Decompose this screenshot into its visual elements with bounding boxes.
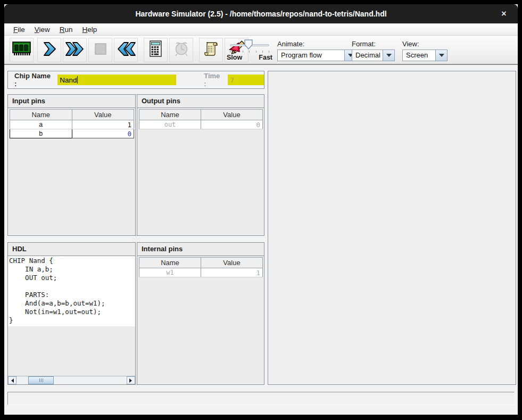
scroll-icon bbox=[203, 40, 219, 60]
format-select[interactable]: Decimal bbox=[352, 50, 395, 61]
column-header: Value bbox=[201, 258, 263, 268]
table-row[interactable]: b0 bbox=[10, 129, 134, 138]
pin-value-cell[interactable]: 0 bbox=[201, 120, 263, 129]
menu-help[interactable]: Help bbox=[78, 26, 102, 34]
code-line: } bbox=[9, 316, 135, 325]
column-header: Value bbox=[201, 110, 263, 120]
view-label: View: bbox=[402, 40, 448, 48]
internal-pins-title: Internal pins bbox=[137, 243, 264, 256]
chevron-down-icon[interactable] bbox=[435, 50, 448, 61]
chip-name-bar: Chip Name : Nand Time : 7 bbox=[7, 71, 264, 89]
window-title: Hardware Simulator (2.5) - /home/thomas/… bbox=[135, 10, 386, 18]
scrollbar-track[interactable] bbox=[16, 376, 127, 384]
text-caret bbox=[77, 76, 78, 84]
time-label: Time : bbox=[204, 72, 223, 88]
animate-label: Animate: bbox=[277, 40, 357, 48]
column-header: Name bbox=[139, 110, 201, 120]
scroll-left-icon[interactable] bbox=[8, 376, 16, 384]
animate-group: Animate: Program flow bbox=[277, 40, 357, 61]
chip-name-text: Nand bbox=[60, 76, 77, 84]
hdl-title: HDL bbox=[8, 243, 135, 256]
table-row[interactable]: a1 bbox=[10, 120, 134, 129]
internal-pins-table[interactable]: NameValuew11 bbox=[139, 257, 263, 277]
pin-value-cell[interactable]: 1 bbox=[201, 268, 263, 277]
toolbar: Slow Fast Animate: Program flow Format: … bbox=[4, 36, 518, 65]
title-bar: Hardware Simulator (2.5) - /home/thomas/… bbox=[4, 4, 518, 23]
pin-name-cell[interactable]: a bbox=[10, 120, 72, 129]
code-line: And(a=a,b=b,out=w1); bbox=[9, 299, 135, 308]
single-step-button[interactable] bbox=[37, 38, 61, 62]
alarm-clock-icon bbox=[173, 40, 190, 60]
format-group: Format: Decimal bbox=[352, 40, 395, 61]
view-hdl-button[interactable] bbox=[199, 38, 223, 62]
input-pins-table[interactable]: NameValuea1b0 bbox=[10, 109, 134, 138]
table-row[interactable]: out0 bbox=[139, 120, 263, 129]
pin-name-cell[interactable]: b bbox=[10, 129, 72, 138]
chip-icon bbox=[12, 42, 31, 59]
output-pins-panel: Output pins NameValueout0 bbox=[137, 94, 264, 236]
menu-file[interactable]: File bbox=[9, 26, 30, 34]
code-line: OUT out; bbox=[9, 274, 135, 282]
pin-value-cell[interactable]: 1 bbox=[72, 120, 134, 129]
code-line: CHIP Nand { bbox=[9, 257, 135, 265]
slider-ticks bbox=[230, 51, 269, 53]
output-pins-table[interactable]: NameValueout0 bbox=[139, 109, 263, 129]
clock-button bbox=[169, 38, 193, 62]
pin-name-cell[interactable]: out bbox=[139, 120, 201, 129]
chip-name-input[interactable]: Nand bbox=[57, 75, 176, 85]
scroll-right-icon[interactable] bbox=[127, 376, 135, 384]
slider-thumb[interactable] bbox=[244, 39, 253, 52]
calculator-icon bbox=[149, 40, 163, 60]
code-line: PARTS: bbox=[9, 291, 135, 299]
chip-name-label: Chip Name : bbox=[14, 72, 54, 88]
main-content: Chip Name : Nand Time : 7 Input pins Nam… bbox=[4, 65, 518, 414]
app-window: Hardware Simulator (2.5) - /home/thomas/… bbox=[4, 4, 518, 415]
internal-pins-panel: Internal pins NameValuew11 bbox=[137, 242, 264, 385]
pin-value-cell[interactable]: 0 bbox=[72, 129, 134, 138]
pin-name-cell[interactable]: w1 bbox=[139, 268, 201, 277]
menu-view[interactable]: View bbox=[30, 26, 55, 34]
input-pins-title: Input pins bbox=[8, 95, 135, 108]
format-label: Format: bbox=[352, 40, 395, 48]
animate-value: Program flow bbox=[277, 50, 344, 61]
hdl-code-view[interactable]: CHIP Nand { IN a,b; OUT out; PARTS: And(… bbox=[8, 256, 135, 326]
view-group: View: Screen bbox=[402, 40, 448, 61]
stop-button bbox=[88, 38, 112, 62]
menu-bar: FileViewRunHelp bbox=[4, 23, 518, 36]
rewind-icon bbox=[116, 41, 136, 59]
output-pins-title: Output pins bbox=[137, 95, 264, 108]
code-line: Not(in=w1,out=out); bbox=[9, 308, 135, 316]
menu-run[interactable]: Run bbox=[55, 26, 78, 34]
code-line: IN a,b; bbox=[9, 265, 135, 274]
stop-icon bbox=[94, 42, 107, 58]
scrollbar-thumb[interactable] bbox=[28, 376, 54, 384]
run-button[interactable] bbox=[63, 38, 87, 62]
status-bar bbox=[7, 392, 515, 405]
input-pins-panel: Input pins NameValuea1b0 bbox=[7, 94, 136, 236]
close-icon[interactable]: × bbox=[499, 9, 509, 19]
format-value: Decimal bbox=[352, 50, 383, 61]
column-header: Name bbox=[10, 110, 72, 120]
chevron-down-icon[interactable] bbox=[383, 50, 395, 61]
view-value: Screen bbox=[402, 50, 435, 61]
step-forward-icon bbox=[42, 41, 57, 59]
screen-display-panel bbox=[268, 71, 516, 385]
table-row[interactable]: w11 bbox=[139, 268, 263, 277]
speed-slider[interactable]: Slow Fast bbox=[227, 38, 272, 63]
reset-button[interactable] bbox=[114, 38, 138, 62]
animate-select[interactable]: Program flow bbox=[277, 50, 357, 61]
time-input: 7 bbox=[228, 75, 264, 85]
evaluate-button[interactable] bbox=[144, 38, 168, 62]
slider-slow-label: Slow bbox=[227, 54, 242, 61]
column-header: Name bbox=[139, 258, 201, 268]
column-header: Value bbox=[72, 110, 134, 120]
fast-forward-icon bbox=[65, 41, 85, 59]
slider-fast-label: Fast bbox=[259, 54, 272, 61]
hdl-panel: HDL CHIP Nand { IN a,b; OUT out; PARTS: … bbox=[7, 242, 136, 385]
hdl-horizontal-scrollbar[interactable] bbox=[8, 376, 135, 384]
load-chip-button[interactable] bbox=[10, 38, 34, 62]
view-select[interactable]: Screen bbox=[402, 50, 448, 61]
code-line bbox=[9, 282, 135, 291]
